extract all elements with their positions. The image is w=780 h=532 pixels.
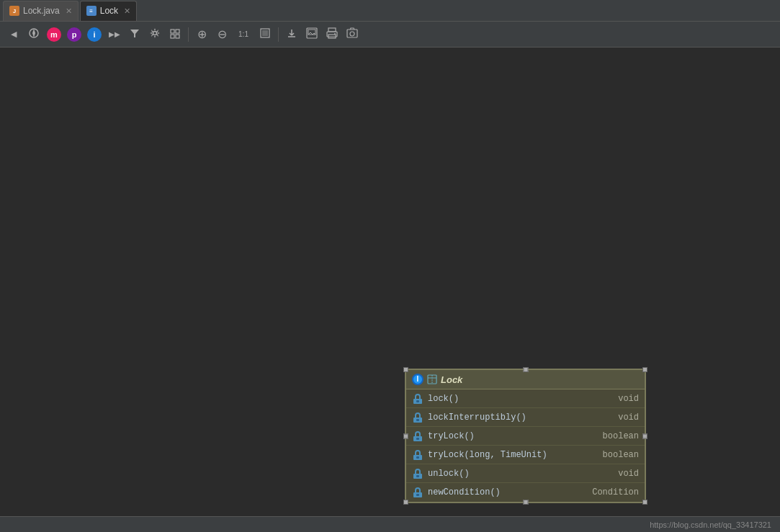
export-icon <box>286 27 297 41</box>
method-name-lock: lock() <box>428 394 614 404</box>
resize-handle-bl[interactable] <box>403 500 408 505</box>
tab-lock-java[interactable]: J Lock.java ✕ <box>3 1 79 21</box>
zoom-in-icon: ⊕ <box>197 27 207 41</box>
toolbar-separator-1 <box>188 27 189 42</box>
svg-rect-4 <box>176 30 179 33</box>
svg-point-14 <box>334 33 336 35</box>
go-back-button[interactable]: ◀ <box>4 25 23 44</box>
tab-lock-java-close[interactable]: ✕ <box>66 6 72 16</box>
resize-handle-tm[interactable] <box>523 367 528 372</box>
status-bar: https://blog.csdn.net/qq_33417321 <box>0 516 780 532</box>
uml-file-icon: ≡ <box>86 6 97 16</box>
interface-indicator-icon: I <box>412 374 423 385</box>
quick-nav-icon <box>169 27 181 41</box>
method-name-lockinterruptibly: lockInterruptibly() <box>428 412 614 423</box>
method-return-newcondition: Condition <box>592 487 639 497</box>
method-icon-unlock <box>412 468 423 479</box>
zoom-in-button[interactable]: ⊕ <box>192 25 211 44</box>
tab-lock-uml-label: Lock <box>100 6 118 16</box>
status-url: https://blog.csdn.net/qq_33417321 <box>650 520 771 529</box>
resize-handle-bm[interactable] <box>523 500 528 505</box>
method-return-trylock: boolean <box>603 431 639 441</box>
svg-rect-8 <box>262 30 268 36</box>
filter-button[interactable] <box>125 25 144 44</box>
method-return-lock: void <box>618 394 639 404</box>
method-return-unlock: void <box>618 469 639 479</box>
actual-size-button[interactable]: 1:1 <box>233 25 254 44</box>
tab-lock-uml[interactable]: ≡ Lock ✕ <box>80 1 137 21</box>
svg-rect-25 <box>416 438 419 440</box>
method-name-newcondition: newCondition() <box>428 487 588 497</box>
print-button[interactable] <box>323 25 341 44</box>
zoom-out-icon: ⊖ <box>218 27 227 41</box>
run-sequence-button[interactable]: ▶▶ <box>105 25 124 44</box>
svg-marker-1 <box>130 30 139 37</box>
svg-rect-23 <box>416 419 419 421</box>
tab-bar: J Lock.java ✕ ≡ Lock ✕ <box>0 0 780 22</box>
uml-class-type-icon <box>427 374 437 384</box>
method-icon-lockinterruptibly <box>412 412 423 423</box>
method-icon-newcondition <box>412 487 423 498</box>
run-sequence-icon: ▶▶ <box>109 30 120 38</box>
tab-lock-uml-close[interactable]: ✕ <box>124 6 130 16</box>
toolbar-separator-2 <box>278 27 279 42</box>
maven-icon: m <box>47 27 61 42</box>
circle-i-button[interactable]: i <box>85 25 104 44</box>
snapshot-icon <box>346 27 358 41</box>
method-icon-lock <box>412 393 423 405</box>
resize-handle-br[interactable] <box>642 500 647 505</box>
save-image-icon <box>306 27 318 41</box>
svg-rect-5 <box>171 35 174 38</box>
go-back-icon: ◀ <box>11 30 17 39</box>
method-row-lockinterruptibly[interactable]: lockInterruptibly() void <box>406 408 645 427</box>
settings-button[interactable] <box>145 25 164 44</box>
zoom-out-button[interactable]: ⊖ <box>212 25 231 44</box>
tab-lock-java-label: Lock.java <box>23 6 60 16</box>
navigate-icon <box>28 27 40 41</box>
class-header: I Lock <box>406 370 645 389</box>
method-icon-trylock-long <box>412 449 423 461</box>
circle-m-button[interactable]: m <box>45 25 63 44</box>
resize-handle-tl[interactable] <box>403 367 408 372</box>
method-icon-trylock <box>412 430 423 442</box>
method-row-lock[interactable]: lock() void <box>406 389 645 408</box>
filter-icon <box>129 27 140 41</box>
svg-rect-11 <box>328 28 336 32</box>
method-name-trylock-long: tryLock(long, TimeUnit) <box>428 450 599 460</box>
print-icon <box>326 27 338 41</box>
export-button[interactable] <box>282 25 301 44</box>
resize-handle-ml[interactable] <box>403 433 408 438</box>
circle-p-button[interactable]: p <box>65 25 84 44</box>
actual-size-label: 1:1 <box>238 30 248 38</box>
method-return-trylock-long: boolean <box>603 450 639 460</box>
fit-page-icon <box>259 27 271 41</box>
method-name-unlock: unlock() <box>428 469 614 479</box>
toolbar: ◀ m p i ▶▶ ⊕ ⊖ 1:1 <box>0 22 780 48</box>
resize-handle-mr[interactable] <box>642 433 647 438</box>
settings-icon <box>149 27 161 41</box>
save-image-button[interactable] <box>302 25 321 44</box>
resize-handle-tr[interactable] <box>642 367 647 372</box>
svg-point-16 <box>350 32 354 36</box>
java-file-icon: J <box>9 6 19 16</box>
method-row-unlock[interactable]: unlock() void <box>406 464 645 483</box>
method-row-trylock[interactable]: tryLock() boolean <box>406 427 645 446</box>
svg-rect-29 <box>416 475 419 477</box>
canvas-area: I Lock lock() void <box>0 48 780 532</box>
methods-container: lock() void lockInterruptibly() void <box>406 389 645 502</box>
uml-class-node[interactable]: I Lock lock() void <box>405 369 646 503</box>
method-return-lockinterruptibly: void <box>618 412 639 423</box>
snapshot-button[interactable] <box>343 25 362 44</box>
svg-rect-27 <box>416 456 419 459</box>
navigate-button[interactable] <box>24 25 43 44</box>
svg-rect-6 <box>176 35 179 38</box>
svg-rect-21 <box>416 400 419 402</box>
info-circle-icon: i <box>87 27 102 42</box>
persist-icon: p <box>67 27 81 42</box>
fit-page-button[interactable] <box>256 25 274 44</box>
method-name-trylock: tryLock() <box>428 431 599 441</box>
class-name-label: Lock <box>441 374 462 385</box>
method-row-trylock-long[interactable]: tryLock(long, TimeUnit) boolean <box>406 446 645 464</box>
quick-nav-button[interactable] <box>166 25 184 44</box>
svg-point-2 <box>153 32 157 35</box>
